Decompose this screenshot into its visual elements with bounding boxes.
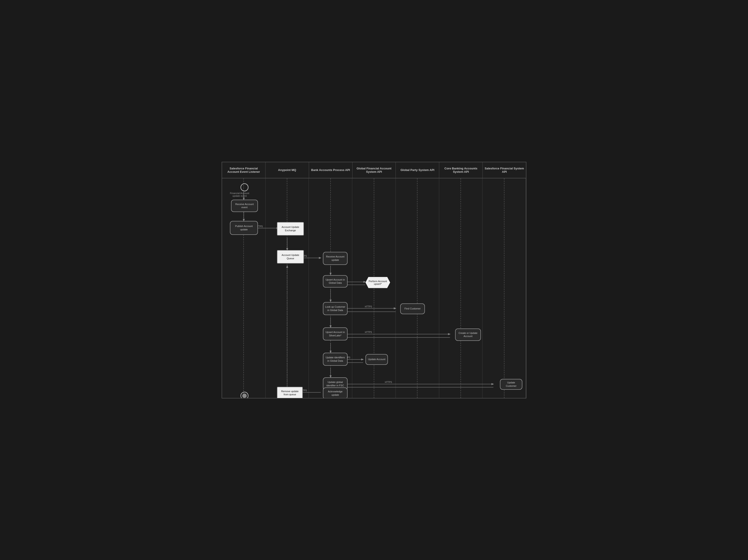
update-identifiers: Update identifiers in Global Data [323, 353, 348, 366]
lane-7 [483, 178, 526, 398]
col-header-3: Bank Accounts Process API [309, 162, 352, 178]
actor-start-circle [240, 183, 249, 191]
lane-5 [396, 178, 439, 398]
actor-label: Financial Account update event [226, 192, 253, 197]
upsert-account-global: Upsert Account in Global Data [323, 275, 348, 287]
publish-account-update: Publish Account update [230, 221, 258, 235]
perform-account-upsert: Perform Account upsert* [366, 277, 390, 288]
diagram-container: Salesforce Financial Account Event Liste… [217, 157, 531, 403]
account-update-queue: Account Update Queue [277, 250, 304, 263]
col-header-1: Salesforce Financial Account Event Liste… [222, 162, 265, 178]
create-update-account: Create or Update Account [455, 328, 481, 341]
upsert-account-silverlake: Upsert Account in SilverLake* [323, 327, 348, 341]
diagram-wrapper: Salesforce Financial Account Event Liste… [221, 162, 527, 398]
acknowledge-update: Acknowledge update [323, 388, 348, 398]
update-account: Update Account [366, 354, 388, 365]
find-customer: Find Customer [400, 303, 425, 314]
look-up-customer: Look up Customer in Global Data [323, 302, 348, 315]
update-customer: Update Customer [500, 379, 522, 390]
col-header-4: Global Financial Account System API [352, 162, 396, 178]
lane-2 [265, 178, 309, 398]
lane-4 [352, 178, 396, 398]
account-update-exchange: Account Update Exchange [277, 222, 304, 235]
receive-account-event: Receive Account event [231, 200, 258, 212]
receive-account-update: Receive Account update [323, 252, 348, 265]
sequence-area: HTTPS HTTPS HTTPS HTTPS HTTPS HTTPS HTTP… [222, 178, 526, 398]
col-header-7: Salesforce Financial System API [483, 162, 526, 178]
col-header-5: Global Party System API [396, 162, 439, 178]
lane-6 [439, 178, 483, 398]
col-header-2: Anypoint MQ [265, 162, 309, 178]
col-header-6: Core Banking Accounts System API [439, 162, 483, 178]
remove-update-queue: Remove update from queue [277, 387, 303, 398]
headers-row: Salesforce Financial Account Event Liste… [222, 162, 526, 178]
